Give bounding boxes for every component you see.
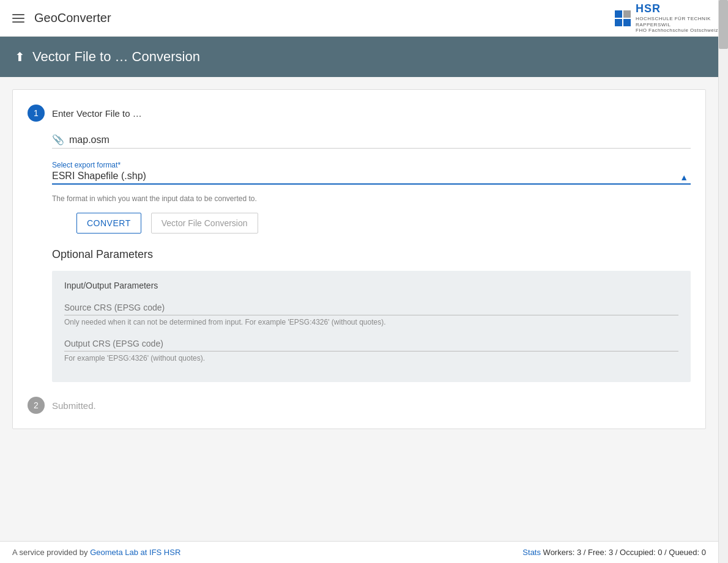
export-format-group: Select export format* ESRI Shapefile (.s… <box>52 161 691 185</box>
stats-text: Workers: 3 / Free: 3 / Occupied: 0 / Que… <box>543 548 706 557</box>
hsr-sq-1 <box>615 10 622 18</box>
footer-text: A service provided by Geometa Lab at IFS… <box>12 548 180 557</box>
file-input-row: 📎 <box>52 134 691 149</box>
step2-row: 2 Submitted. <box>28 397 691 414</box>
output-crs-hint: For example 'EPSG:4326' (without quotes)… <box>64 354 678 362</box>
hsr-squares-icon <box>615 10 631 26</box>
upload-icon: ⬆ <box>15 50 25 64</box>
optional-params: Optional Parameters Input/Output Paramet… <box>52 248 691 382</box>
step2-label: Submitted. <box>52 400 96 411</box>
step2-badge: 2 <box>28 397 45 414</box>
footer: A service provided by Geometa Lab at IFS… <box>0 541 718 563</box>
hsr-line2: RAPPERSWIL <box>636 22 718 28</box>
hsr-line3: FHO Fachhochschule Ostschweiz <box>636 28 718 34</box>
hsr-sq-2 <box>623 10 631 18</box>
source-crs-hint: Only needed when it can not be determine… <box>64 318 678 326</box>
vector-file-button: Vector File Conversion <box>151 213 258 234</box>
params-box: Input/Output Parameters Only needed when… <box>52 271 691 382</box>
format-hint: The format in which you want the input d… <box>52 194 691 203</box>
step1-label: Enter Vector File to … <box>52 108 142 119</box>
hsr-logo: HSR HOCHSCHULE FÜR TECHNIK RAPPERSWIL FH… <box>615 2 718 33</box>
app-title: GeoConverter <box>34 11 111 25</box>
topbar: GeoConverter HSR HOCHSCHULE FÜR TECHNIK … <box>0 0 728 37</box>
convert-button-row: CONVERT Vector File Conversion <box>52 213 691 234</box>
page-title: Vector File to … Conversion <box>32 49 200 65</box>
hsr-text: HSR HOCHSCHULE FÜR TECHNIK RAPPERSWIL FH… <box>636 2 718 33</box>
hsr-line1: HOCHSCHULE FÜR TECHNIK <box>636 16 718 22</box>
main-content: 1 Enter Vector File to … 📎 Select export… <box>0 77 718 441</box>
output-crs-field: For example 'EPSG:4326' (without quotes)… <box>64 336 678 362</box>
scrollbar-thumb[interactable] <box>719 0 728 49</box>
hsr-name: HSR <box>636 2 718 16</box>
scrollbar-track[interactable] <box>718 0 728 563</box>
stats-link[interactable]: Stats <box>522 548 541 557</box>
file-name-input[interactable] <box>69 134 691 145</box>
params-box-title: Input/Output Parameters <box>64 281 678 290</box>
optional-params-title: Optional Parameters <box>52 248 691 261</box>
paperclip-icon: 📎 <box>52 134 64 145</box>
select-wrapper: ESRI Shapefile (.shp)GeoJSON (.geojson)K… <box>52 171 691 185</box>
source-crs-input[interactable] <box>64 300 678 315</box>
hsr-sq-4 <box>623 19 631 26</box>
step1-header: 1 Enter Vector File to … <box>28 105 691 122</box>
hsr-sq-3 <box>615 19 622 26</box>
output-crs-input[interactable] <box>64 336 678 351</box>
footer-stats: Stats Workers: 3 / Free: 3 / Occupied: 0… <box>522 548 706 557</box>
footer-link[interactable]: Geometa Lab at IFS HSR <box>90 548 180 557</box>
source-crs-field: Only needed when it can not be determine… <box>64 300 678 326</box>
page-header: ⬆ Vector File to … Conversion <box>0 37 718 77</box>
footer-prefix: A service provided by <box>12 548 90 557</box>
step1-badge: 1 <box>28 105 45 122</box>
convert-button[interactable]: CONVERT <box>76 213 141 234</box>
export-format-select[interactable]: ESRI Shapefile (.shp)GeoJSON (.geojson)K… <box>52 171 691 181</box>
main-card: 1 Enter Vector File to … 📎 Select export… <box>12 89 706 429</box>
topbar-left: GeoConverter <box>10 11 111 25</box>
export-format-label: Select export format* <box>52 161 691 169</box>
hamburger-menu-icon[interactable] <box>10 12 27 25</box>
